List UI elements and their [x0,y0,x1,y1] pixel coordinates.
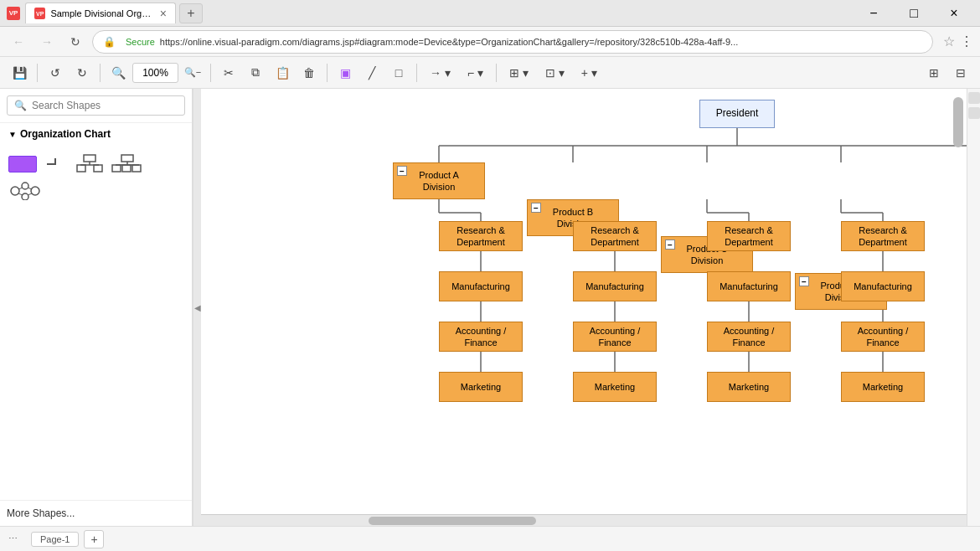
new-tab-button[interactable]: + [179,3,203,23]
canvas-area[interactable]: President − Product ADivision − Product … [201,89,967,526]
division-a-node[interactable]: − Product ADivision [393,162,485,199]
browser-tab[interactable]: VP Sample Divisional Organ... × [25,3,176,23]
shape-item-org[interactable] [75,153,104,175]
svg-point-13 [31,187,39,195]
address-bar: ← → ↻ 🔒 Secure https://online.visual-par… [0,27,980,57]
layout1-button[interactable]: ⊞ [921,60,946,85]
zoom-in-button[interactable]: 🔍 [106,60,131,85]
zoom-input[interactable] [132,63,178,83]
svg-rect-3 [77,165,85,172]
secure-label: Secure [126,37,155,47]
zoom-out-button[interactable]: 🔍− [180,60,205,85]
more-shapes-button[interactable]: More Shapes... [7,507,185,519]
right-panel-button-2[interactable] [968,107,980,119]
canvas: President − Product ADivision − Product … [201,89,967,526]
minimize-button[interactable]: − [854,0,893,27]
maximize-button[interactable]: □ [895,0,933,27]
title-bar: VP VP Sample Divisional Organ... × + − □… [0,0,980,27]
collapse-b-button[interactable]: − [531,203,541,213]
dept-d-rd[interactable]: Research &Department [841,221,925,251]
copy-button[interactable]: ⧉ [243,60,268,85]
dept-a-mkt[interactable]: Marketing [439,372,523,402]
collapse-d-button[interactable]: − [799,276,809,286]
dept-b-rd[interactable]: Research &Department [573,221,657,251]
shape-button[interactable]: □ [386,60,411,85]
collapse-icon: ◀ [194,303,201,312]
save-button[interactable]: 💾 [7,60,32,85]
paste-button[interactable]: 📋 [270,60,295,85]
dept-b-acc[interactable]: Accounting /Finance [573,322,657,352]
dept-b-mkt[interactable]: Marketing [573,372,657,402]
separator [210,64,211,82]
collapse-a-button[interactable]: − [397,166,407,176]
main-area: 🔍 ▼ Organization Chart [0,89,980,526]
reload-button[interactable]: ↻ [64,30,87,54]
dept-b-mfg[interactable]: Manufacturing [573,271,657,301]
dept-d-mkt[interactable]: Marketing [841,372,925,402]
undo-button[interactable]: ↺ [43,60,68,85]
sidebar-collapse-handle[interactable]: ◀ [193,89,201,526]
chevron-down-icon: ▼ [8,130,17,139]
dept-a-rd[interactable]: Research &Department [439,221,523,251]
svg-point-12 [22,183,28,189]
svg-point-11 [11,187,19,195]
shape-item-connector[interactable] [44,153,69,175]
connector2-button[interactable]: ⌐ ▾ [460,60,491,85]
svg-rect-10 [132,165,141,172]
dept-d-acc[interactable]: Accounting /Finance [841,322,925,352]
zoom-fit-button[interactable]: ⊡ ▾ [538,60,572,85]
separator [100,64,101,82]
sidebar: 🔍 ▼ Organization Chart [0,89,193,526]
fill-button[interactable]: ▣ [333,60,358,85]
tab-title: Sample Divisional Organ... [50,8,154,18]
search-box: 🔍 [0,89,192,123]
address-input[interactable]: 🔒 Secure https://online.visual-paradigm.… [92,30,933,54]
tab-close-button[interactable]: × [160,7,167,20]
search-input-wrap[interactable]: 🔍 [7,95,185,116]
status-bar: ⋯ Page-1 + [0,526,980,551]
shape-item-network[interactable] [8,182,42,200]
status-dots-button[interactable]: ⋯ [8,533,18,544]
dept-a-acc[interactable]: Accounting /Finance [439,322,523,352]
page-label[interactable]: Page-1 [31,532,79,547]
connector1-button[interactable]: → ▾ [422,60,458,85]
svg-rect-8 [112,165,121,172]
plus-button[interactable]: + ▾ [574,60,605,85]
svg-line-18 [18,193,23,195]
section-label: Organization Chart [20,128,111,140]
shape-item-rect[interactable] [8,153,37,175]
dept-d-mfg[interactable]: Manufacturing [841,271,925,301]
select-button[interactable]: ⊞ ▾ [502,60,536,85]
layout2-button[interactable]: ⊟ [948,60,973,85]
search-input[interactable] [32,100,178,111]
delete-button[interactable]: 🗑 [297,60,322,85]
dept-a-mfg[interactable]: Manufacturing [439,271,523,301]
dept-c-acc[interactable]: Accounting /Finance [707,322,791,352]
line-button[interactable]: ╱ [359,60,384,85]
tab-favicon: VP [34,8,45,19]
secure-icon: 🔒 [103,36,116,48]
president-node[interactable]: President [699,100,775,128]
search-icon: 🔍 [14,100,27,111]
shape-item-tree[interactable] [111,153,144,175]
cut-button[interactable]: ✂ [216,60,241,85]
browser-menu-button[interactable]: ⋮ [960,33,973,49]
collapse-c-button[interactable]: − [665,239,675,250]
back-button[interactable]: ← [7,30,30,54]
forward-button[interactable]: → [35,30,59,54]
sidebar-section: ▼ Organization Chart [0,123,192,145]
close-button[interactable]: × [935,0,973,27]
horizontal-scrollbar[interactable] [201,514,967,526]
layout-group: ⊞ ⊟ [921,60,973,85]
separator [416,64,417,82]
scrollbar-thumb[interactable] [369,517,536,525]
dept-c-mkt[interactable]: Marketing [707,372,791,402]
dept-c-mfg[interactable]: Manufacturing [707,271,791,301]
svg-rect-5 [121,155,133,162]
dept-c-rd[interactable]: Research &Department [707,221,791,251]
add-page-button[interactable]: + [84,530,104,548]
right-panel-button-1[interactable] [968,92,980,104]
bookmark-button[interactable]: ☆ [943,33,955,49]
sidebar-section-title[interactable]: ▼ Organization Chart [8,128,183,140]
redo-button[interactable]: ↻ [70,60,95,85]
